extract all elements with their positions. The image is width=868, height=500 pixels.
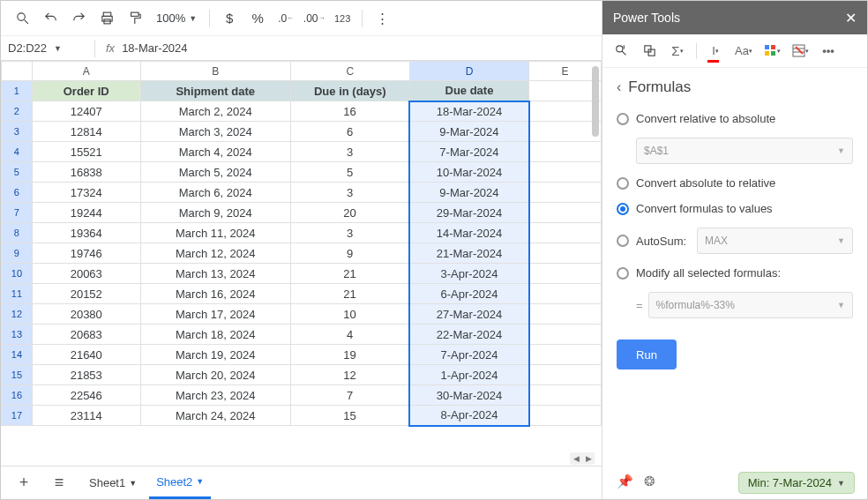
all-sheets-button[interactable]: ≡ — [47, 471, 71, 496]
scroll-right-icon[interactable]: ▶ — [582, 452, 595, 465]
vertical-scrollbar[interactable] — [591, 64, 600, 416]
option-modify-formulas[interactable]: Modify all selected formulas: — [617, 266, 853, 280]
cell[interactable]: 19746 — [32, 243, 140, 264]
back-icon[interactable]: ‹ — [617, 79, 621, 95]
sum-icon[interactable]: Σ▾ — [668, 41, 687, 61]
zoom-select[interactable]: 100%▼ — [151, 11, 202, 25]
scrollbar-thumb[interactable] — [592, 66, 599, 137]
row-header[interactable]: 9 — [2, 243, 33, 264]
row-header[interactable]: 11 — [2, 284, 33, 304]
col-header-a[interactable]: A — [32, 62, 140, 81]
cell[interactable]: 12 — [290, 365, 409, 385]
col-header-b[interactable]: B — [140, 62, 290, 81]
row-header[interactable]: 6 — [2, 183, 33, 203]
cell[interactable]: 29-Mar-2024 — [409, 203, 528, 223]
row-header[interactable]: 15 — [2, 365, 33, 385]
cell[interactable]: 10 — [290, 304, 409, 325]
cell[interactable]: 3-Apr-2024 — [409, 264, 528, 284]
formula-input[interactable]: 18-Mar-2024 — [122, 41, 187, 55]
cell[interactable]: 1-Apr-2024 — [409, 365, 528, 385]
font-icon[interactable]: Aa▾ — [734, 41, 753, 61]
select-all-corner[interactable] — [2, 62, 33, 81]
cell[interactable]: 16838 — [32, 162, 140, 183]
row-header[interactable]: 5 — [2, 162, 33, 183]
currency-icon[interactable]: $ — [217, 6, 242, 31]
cell[interactable]: 21 — [290, 284, 409, 304]
cell[interactable]: 20152 — [32, 284, 140, 304]
more-icon[interactable]: ⋮ — [370, 6, 394, 31]
cell[interactable]: 22546 — [32, 385, 140, 406]
cell[interactable]: 12814 — [32, 122, 140, 142]
row-header[interactable]: 13 — [2, 325, 33, 345]
cell[interactable]: 9-Mar-2024 — [409, 122, 528, 142]
option-absolute-to-relative[interactable]: Convert absolute to relative — [617, 176, 853, 190]
print-icon[interactable] — [94, 6, 119, 31]
cell[interactable]: 23114 — [32, 406, 140, 426]
cell[interactable]: 16 — [290, 101, 409, 122]
cell[interactable]: March 12, 2024 — [140, 243, 290, 264]
sheet-tab[interactable]: Sheet2▼ — [149, 467, 211, 499]
col-header-d[interactable]: D — [409, 62, 528, 81]
cell[interactable]: 6 — [290, 122, 409, 142]
smart-toolbar-icon[interactable] — [611, 41, 631, 61]
row-header[interactable]: 14 — [2, 345, 33, 365]
pin-icon[interactable]: 📌 — [617, 474, 633, 489]
row-header[interactable]: 7 — [2, 203, 33, 223]
cell[interactable]: March 18, 2024 — [140, 325, 290, 345]
row-header[interactable]: 3 — [2, 122, 33, 142]
cell[interactable]: 7-Mar-2024 — [409, 142, 528, 162]
cell[interactable]: 7-Apr-2024 — [409, 345, 528, 365]
cell[interactable]: March 19, 2024 — [140, 345, 290, 365]
cell[interactable]: March 2, 2024 — [140, 101, 290, 122]
modify-formula-input[interactable]: %formula%-33%▼ — [648, 292, 853, 318]
header-cell[interactable]: Shipment date — [140, 81, 290, 101]
cell[interactable]: March 17, 2024 — [140, 304, 290, 325]
cell[interactable]: March 3, 2024 — [140, 122, 290, 142]
cell[interactable]: 12407 — [32, 101, 140, 122]
cell[interactable]: 21 — [290, 264, 409, 284]
cell[interactable]: 3 — [290, 223, 409, 243]
cell[interactable]: 27-Mar-2024 — [409, 304, 528, 325]
header-cell[interactable]: Due date — [409, 81, 528, 101]
more-tools-icon[interactable]: ••• — [819, 41, 838, 61]
cell[interactable]: 22-Mar-2024 — [409, 325, 528, 345]
help-icon[interactable]: ❂ — [644, 474, 655, 489]
option-formulas-to-values[interactable]: Convert formulas to values — [617, 202, 853, 215]
cell[interactable]: 20380 — [32, 304, 140, 325]
cell[interactable]: 3 — [290, 142, 409, 162]
name-box[interactable]: D2:D22▼ — [8, 41, 84, 55]
run-button[interactable]: Run — [617, 340, 677, 369]
cell[interactable]: 19 — [290, 345, 409, 365]
cell[interactable]: March 6, 2024 — [140, 183, 290, 203]
col-header-c[interactable]: C — [290, 62, 409, 81]
row-header[interactable]: 16 — [2, 385, 33, 406]
header-cell[interactable]: Order ID — [32, 81, 140, 101]
cell[interactable]: 20 — [290, 203, 409, 223]
row-header[interactable]: 2 — [2, 101, 33, 122]
option-autosum[interactable]: AutoSum: MAX▼ — [617, 228, 853, 254]
cell[interactable]: 8-Apr-2024 — [409, 406, 528, 426]
redo-icon[interactable] — [66, 6, 91, 31]
search-icon[interactable] — [10, 6, 34, 31]
horizontal-scrollbar[interactable]: ◀ ▶ — [1, 451, 602, 466]
cell[interactable]: 20063 — [32, 264, 140, 284]
dedupe-icon[interactable] — [640, 41, 659, 61]
cell[interactable]: March 24, 2024 — [140, 406, 290, 426]
clear-icon[interactable]: ▾ — [790, 41, 810, 61]
cell[interactable]: March 20, 2024 — [140, 365, 290, 385]
cell[interactable]: 7 — [290, 385, 409, 406]
add-sheet-button[interactable]: + — [11, 471, 36, 496]
cell[interactable]: 6-Apr-2024 — [409, 284, 528, 304]
cell[interactable]: March 4, 2024 — [140, 142, 290, 162]
cell[interactable]: 5 — [290, 162, 409, 183]
increase-decimal-icon[interactable]: .00→ — [302, 6, 326, 31]
decrease-decimal-icon[interactable]: .0← — [273, 6, 298, 31]
undo-icon[interactable] — [38, 6, 63, 31]
option-relative-to-absolute[interactable]: Convert relative to absolute — [617, 112, 853, 125]
cell[interactable]: March 23, 2024 — [140, 385, 290, 406]
row-header[interactable]: 1 — [2, 81, 33, 101]
status-pill[interactable]: Min: 7-Mar-2024 ▼ — [738, 472, 855, 494]
split-icon[interactable]: ▾ — [762, 41, 782, 61]
cell[interactable]: 19244 — [32, 203, 140, 223]
row-header[interactable]: 10 — [2, 264, 33, 284]
